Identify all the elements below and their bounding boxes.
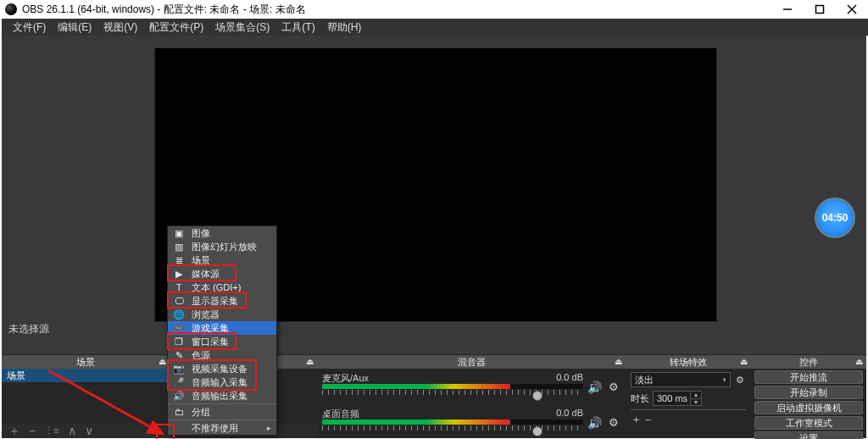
menu-item-deprecated[interactable]: 不推荐使用▸ [168,421,276,435]
menu-item-audio-out[interactable]: 🔊音频输出采集 [168,389,276,403]
start-record-button[interactable]: 开始录制 [754,386,863,399]
svg-rect-1 [816,6,824,14]
menu-item-window[interactable]: ❐窗口采集 [168,335,276,348]
play-icon: ▶ [173,268,185,280]
mixer-body: 麦克风/Aux 0.0 dB 🔊 ⚙ 桌面音频 0.0 dB 🔊 ⚙ [317,369,626,438]
transition-duration-label: 时长 [631,392,649,405]
menu-view[interactable]: 视图(V) [97,19,143,36]
remove-transition-button[interactable]: − [645,414,652,426]
close-icon [847,4,857,14]
gear-icon[interactable]: ⚙ [609,381,619,393]
speaker-icon[interactable]: 🔊 [587,416,602,430]
dock-mixer-header[interactable]: 混音器 ⏏ [317,355,626,369]
close-button[interactable] [836,0,868,19]
menu-item-slideshow[interactable]: ▥图像幻灯片放映 [168,240,276,253]
separator [631,409,746,410]
menu-item-scene[interactable]: ≣场景 [168,253,276,267]
speaker-out-icon: 🔊 [173,390,185,402]
transition-type-combo[interactable]: 淡出 ▾ [631,372,731,387]
menu-item-text[interactable]: T文本 (GDI+) [168,281,276,294]
scene-icon: ≣ [173,254,185,266]
menu-item-browser[interactable]: 🌐浏览器 [168,308,276,321]
transition-duration-spin[interactable]: 300 ms ▲▼ [653,391,702,406]
no-source-label: 未选择源 [8,322,49,336]
settings-button[interactable]: 设置 [754,431,863,439]
dock-transitions-header[interactable]: 转场特效 ⏏ [626,355,751,369]
start-stream-button[interactable]: 开始推流 [754,370,863,384]
chevron-down-icon: ▾ [723,375,726,384]
menu-separator [168,420,276,420]
menu-item-color[interactable]: ✎色源 [168,348,276,362]
scene-down-button[interactable]: ∨ [85,425,93,436]
dock-controls-header[interactable]: 控件 ⏏ [751,355,866,369]
mixer-fader-knob[interactable] [532,391,542,401]
gear-icon[interactable]: ⚙ [734,374,746,386]
text-icon: T [173,281,185,293]
eject-icon[interactable]: ⏏ [615,357,622,366]
add-transition-button[interactable]: ＋ [631,412,642,427]
menu-item-display[interactable]: 🖵显示器采集 [168,294,276,308]
menu-item-video-dev[interactable]: 📷视频采集设备 [168,362,276,375]
menu-help[interactable]: 帮助(H) [321,19,368,36]
timer-badge[interactable]: 04:50 [817,200,853,236]
mixer-ch-label: 桌面音频 [322,408,359,419]
eject-icon[interactable]: ⏏ [159,357,166,366]
client-area: 文件(F) 编辑(E) 视图(V) 配置文件(P) 场景集合(S) 工具(T) … [2,19,866,437]
dock-scenes-header[interactable]: 场景 ⏏ [2,355,170,369]
mixer-meter [322,420,583,425]
chevron-right-icon: ▸ [267,424,271,432]
scene-up-button[interactable]: ∧ [68,425,76,436]
studio-mode-button[interactable]: 工作室模式 [754,416,863,430]
mixer-channel-desktop: 桌面音频 0.0 dB 🔊 ⚙ [322,408,620,439]
menu-item-media[interactable]: ▶媒体源 [168,267,276,281]
transition-type-value: 淡出 [635,374,654,386]
add-scene-button[interactable]: ＋ [8,425,20,436]
image-icon: ▣ [173,227,185,239]
gear-icon[interactable]: ⚙ [609,416,619,429]
speaker-icon[interactable]: 🔊 [587,381,602,394]
menu-scenes[interactable]: 场景集合(S) [209,19,275,36]
menu-item-group[interactable]: 🗀分组 [168,405,276,419]
menu-profile[interactable]: 配置文件(P) [143,19,209,36]
dock-scenes: 场景 ⏏ 场景 ＋ − ⋮≡ ∧ ∨ [2,354,170,438]
transitions-body: 淡出 ▾ ⚙ 时长 300 ms ▲▼ ＋ − [626,369,751,438]
mixer-ch-db: 0.0 dB [556,408,583,418]
menu-edit[interactable]: 编辑(E) [52,19,97,36]
controls-body: 开始推流 开始录制 启动虚拟摄像机 工作室模式 设置 退出 [751,369,866,438]
camera-icon: 📷 [173,363,185,375]
dock-mixer-title: 混音器 [458,356,486,369]
menu-separator [168,403,276,404]
mixer-ch-label: 麦克风/Aux [322,373,369,383]
dock-controls: 控件 ⏏ 开始推流 开始录制 启动虚拟摄像机 工作室模式 设置 退出 [751,354,866,438]
start-virtualcam-button[interactable]: 启动虚拟摄像机 [754,401,863,414]
remove-scene-button[interactable]: − [29,425,36,436]
menu-file[interactable]: 文件(F) [7,19,52,36]
eject-icon[interactable]: ⏏ [306,357,314,366]
minimize-icon [782,4,793,14]
window-title: OBS 26.1.1 (64-bit, windows) - 配置文件: 未命名… [22,3,306,17]
mixer-meter [322,384,583,389]
menu-item-game[interactable]: 🎮游戏采集 [168,321,276,335]
dock-scenes-title: 场景 [76,356,95,369]
app-window: OBS 26.1.1 (64-bit, windows) - 配置文件: 未命名… [0,0,868,439]
eject-icon[interactable]: ⏏ [855,357,863,366]
scenes-body: 场景 ＋ − ⋮≡ ∧ ∨ [2,369,170,438]
eject-icon[interactable]: ⏏ [740,357,748,366]
transition-duration-value: 300 ms [657,393,687,403]
scene-item[interactable]: 场景 [2,369,170,382]
globe-icon: 🌐 [173,308,185,320]
menu-tools[interactable]: 工具(T) [275,19,320,36]
mixer-fader-knob[interactable] [532,426,542,436]
menubar: 文件(F) 编辑(E) 视图(V) 配置文件(P) 场景集合(S) 工具(T) … [2,19,868,36]
dock-transitions: 转场特效 ⏏ 淡出 ▾ ⚙ 时长 300 ms ▲▼ [626,354,751,438]
game-icon: 🎮 [173,322,185,334]
maximize-button[interactable] [804,0,836,19]
menu-item-image[interactable]: ▣图像 [168,226,276,240]
folder-icon: 🗀 [173,406,185,418]
scene-filters-icon[interactable]: ⋮≡ [44,426,58,436]
spin-buttons[interactable]: ▲▼ [690,392,701,405]
monitor-icon: 🖵 [173,295,185,307]
mixer-scale [322,390,583,395]
minimize-button[interactable] [771,0,804,19]
menu-item-audio-in[interactable]: 🎤音频输入采集 [168,375,276,389]
